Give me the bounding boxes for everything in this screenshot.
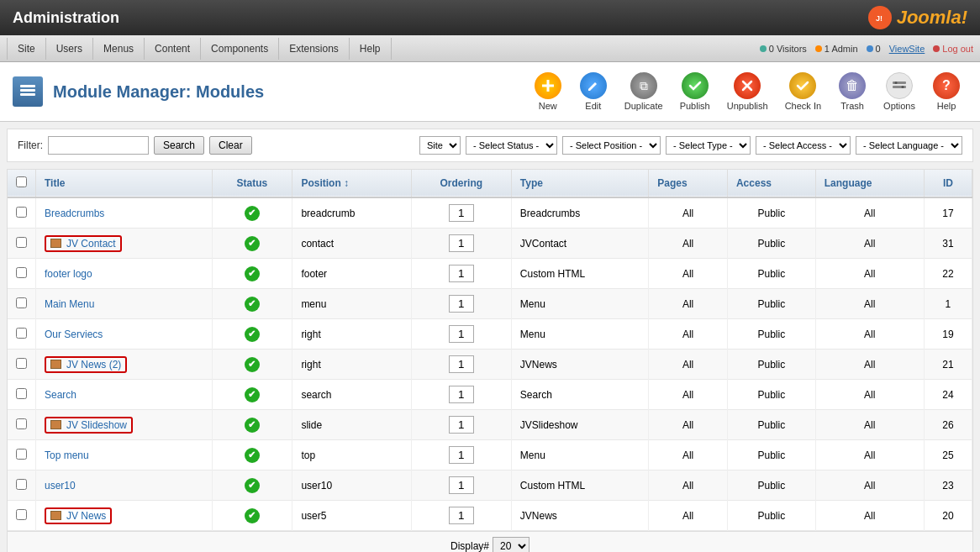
type-dropdown[interactable]: - Select Type - [666, 136, 751, 155]
module-title-link[interactable]: Search [45, 389, 76, 401]
ordering-cell [411, 410, 511, 440]
help-button[interactable]: ? Help [925, 69, 967, 114]
svg-rect-5 [893, 81, 906, 84]
row-checkbox[interactable] [16, 418, 27, 429]
language-dropdown[interactable]: - Select Language - [856, 136, 962, 155]
search-button[interactable]: Search [154, 136, 204, 155]
nav-item-site[interactable]: Site [7, 38, 46, 60]
col-ordering[interactable]: Ordering [411, 170, 511, 197]
language-cell: All [815, 197, 924, 229]
nav-item-components[interactable]: Components [201, 38, 279, 60]
duplicate-label: Duplicate [624, 101, 663, 111]
options-button[interactable]: Options [877, 69, 922, 114]
nav-right: 0 Visitors 1 Admin 0 ViewSite Log out [760, 44, 973, 54]
site-dropdown[interactable]: Site [419, 136, 461, 155]
status-check[interactable]: ✔ [245, 297, 260, 312]
row-checkbox[interactable] [16, 358, 27, 369]
col-status[interactable]: Status [212, 170, 292, 197]
help-label: Help [937, 101, 956, 111]
select-all-checkbox[interactable] [16, 176, 27, 187]
highlighted-title[interactable]: JV News (2) [45, 356, 127, 373]
row-checkbox[interactable] [16, 328, 27, 339]
module-title-link[interactable]: user10 [45, 480, 76, 492]
ordering-input[interactable] [449, 476, 474, 494]
nav-item-extensions[interactable]: Extensions [279, 38, 350, 60]
module-title-link[interactable]: Breadcrumbs [45, 208, 104, 219]
row-checkbox[interactable] [16, 449, 27, 460]
row-checkbox[interactable] [16, 207, 27, 218]
status-check[interactable]: ✔ [245, 357, 260, 372]
logout-button[interactable]: Log out [933, 44, 973, 54]
nav-item-content[interactable]: Content [145, 38, 201, 60]
ordering-input[interactable] [449, 325, 474, 343]
module-title-link[interactable]: Our Serviecs [45, 329, 103, 340]
row-checkbox-cell [8, 289, 36, 319]
row-checkbox[interactable] [16, 388, 27, 399]
status-check[interactable]: ✔ [245, 448, 260, 463]
pages-cell: All [649, 471, 728, 501]
status-check[interactable]: ✔ [245, 478, 260, 493]
status-check[interactable]: ✔ [245, 508, 260, 523]
id-cell: 1 [924, 289, 972, 319]
ordering-input[interactable] [449, 295, 474, 313]
ordering-input[interactable] [449, 265, 474, 282]
status-check[interactable]: ✔ [245, 418, 260, 433]
status-check[interactable]: ✔ [245, 236, 260, 251]
view-site-link[interactable]: ViewSite [889, 44, 925, 54]
publish-button[interactable]: Publish [673, 69, 717, 114]
checkin-button[interactable]: Check In [778, 69, 828, 114]
filter-input[interactable] [48, 136, 149, 155]
position-cell: user10 [292, 471, 411, 501]
position-dropdown[interactable]: - Select Position - [562, 136, 661, 155]
col-title[interactable]: Title [36, 170, 213, 197]
nav-item-users[interactable]: Users [46, 38, 93, 60]
status-check[interactable]: ✔ [245, 387, 260, 402]
module-title-link[interactable]: JV News (2) [66, 359, 121, 371]
trash-button[interactable]: 🗑 Trash [831, 69, 873, 114]
status-check[interactable]: ✔ [245, 206, 260, 221]
row-checkbox[interactable] [16, 237, 27, 248]
nav-item-menus[interactable]: Menus [93, 38, 145, 60]
module-title-link[interactable]: Main Menu [45, 298, 94, 310]
module-title-link[interactable]: JV Slideshow [66, 419, 127, 431]
unpublish-button[interactable]: Unpublish [720, 69, 775, 114]
ordering-input[interactable] [449, 355, 474, 373]
admin-icon [815, 45, 822, 52]
row-checkbox[interactable] [16, 509, 27, 520]
module-title-link[interactable]: Top menu [45, 449, 89, 461]
table-footer: Display# 20 10 50 [8, 531, 972, 552]
highlighted-title[interactable]: JV News [45, 507, 112, 524]
status-cell: ✔ [212, 350, 292, 380]
module-title-link[interactable]: JV News [66, 510, 106, 522]
status-check[interactable]: ✔ [245, 327, 260, 342]
status-check[interactable]: ✔ [245, 266, 260, 281]
title-cell: Top menu [36, 440, 213, 471]
ordering-input[interactable] [449, 386, 474, 403]
language-cell: All [815, 471, 924, 501]
new-button[interactable]: New [527, 69, 569, 114]
row-checkbox[interactable] [16, 479, 27, 490]
highlighted-title[interactable]: JV Slideshow [45, 417, 133, 434]
access-dropdown[interactable]: - Select Access - [756, 136, 851, 155]
nav-item-help[interactable]: Help [350, 38, 392, 60]
language-cell: All [815, 410, 924, 440]
display-select[interactable]: 20 10 50 [493, 537, 530, 552]
highlighted-title[interactable]: JV Contact [45, 235, 122, 252]
ordering-input[interactable] [449, 234, 474, 252]
ordering-input[interactable] [449, 446, 474, 464]
ordering-input[interactable] [449, 204, 474, 222]
row-checkbox[interactable] [16, 297, 27, 308]
ordering-input[interactable] [449, 416, 474, 434]
edit-button[interactable]: Edit [572, 69, 614, 114]
clear-button[interactable]: Clear [209, 136, 252, 155]
row-checkbox[interactable] [16, 267, 27, 278]
title-cell: Breadcrumbs [36, 197, 213, 229]
table-body: Breadcrumbs ✔ breadcrumb Breadcrumbs All… [8, 197, 972, 531]
ordering-input[interactable] [449, 507, 474, 524]
module-title-link[interactable]: JV Contact [66, 238, 116, 250]
duplicate-button[interactable]: ⧉ Duplicate [618, 69, 670, 114]
col-position[interactable]: Position ↕ [292, 170, 411, 197]
status-dropdown[interactable]: - Select Status - [466, 136, 557, 155]
module-title-link[interactable]: footer logo [45, 268, 92, 280]
type-cell: Menu [511, 319, 648, 350]
